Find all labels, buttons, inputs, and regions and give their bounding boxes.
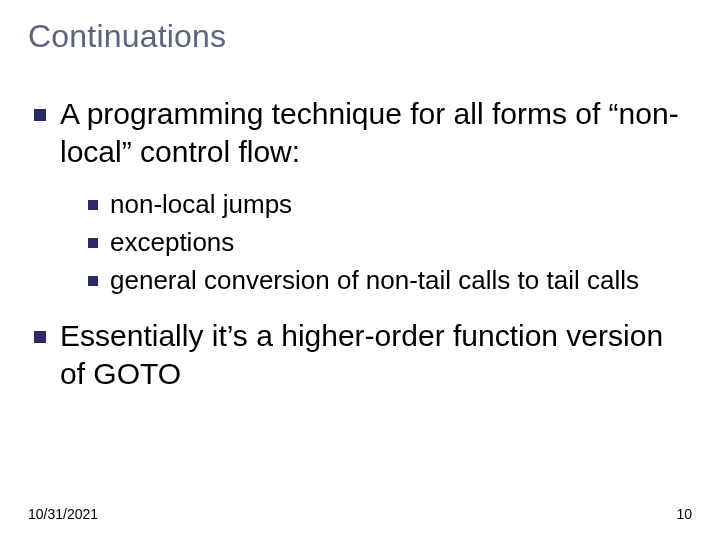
footer-page-number: 10 <box>676 506 692 522</box>
slide: Continuations A programming technique fo… <box>0 0 720 540</box>
slide-content: A programming technique for all forms of… <box>28 95 692 392</box>
slide-footer: 10/31/2021 10 <box>28 506 692 522</box>
square-bullet-icon <box>88 276 98 286</box>
bullet-level1: Essentially it’s a higher-order function… <box>34 317 682 392</box>
slide-title: Continuations <box>28 18 692 55</box>
bullet-text: exceptions <box>110 226 234 260</box>
bullet-level1: A programming technique for all forms of… <box>34 95 682 170</box>
bullet-level2: general conversion of non-tail calls to … <box>88 264 682 298</box>
square-bullet-icon <box>88 200 98 210</box>
square-bullet-icon <box>34 331 46 343</box>
square-bullet-icon <box>34 109 46 121</box>
footer-date: 10/31/2021 <box>28 506 98 522</box>
bullet-text: general conversion of non-tail calls to … <box>110 264 639 298</box>
bullet-level2: non-local jumps <box>88 188 682 222</box>
square-bullet-icon <box>88 238 98 248</box>
bullet-text: A programming technique for all forms of… <box>60 95 682 170</box>
bullet-text: Essentially it’s a higher-order function… <box>60 317 682 392</box>
sub-bullet-group: non-local jumps exceptions general conve… <box>34 188 682 297</box>
bullet-text: non-local jumps <box>110 188 292 222</box>
bullet-level2: exceptions <box>88 226 682 260</box>
